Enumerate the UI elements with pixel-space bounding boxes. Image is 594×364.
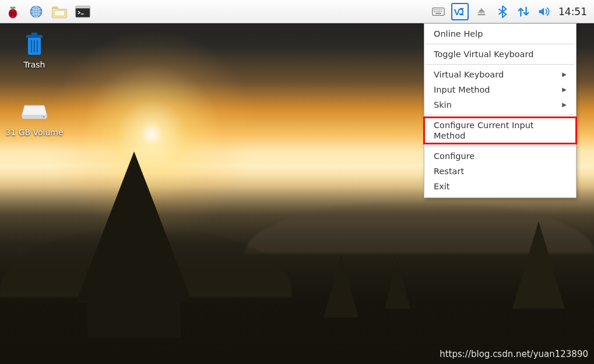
menu-item-label: Configure [434, 151, 475, 161]
svg-rect-22 [441, 11, 442, 12]
svg-rect-34 [22, 115, 47, 119]
menu-item-label: Input Method [434, 84, 490, 95]
svg-rect-16 [440, 9, 441, 10]
drive-icon [20, 98, 48, 126]
menu-item-restart[interactable]: Restart [424, 164, 576, 179]
folder-icon [51, 5, 68, 19]
svg-rect-13 [434, 9, 435, 10]
start-menu-button[interactable] [3, 2, 22, 21]
menu-item-label: Toggle Virtual Keyboard [434, 49, 533, 59]
keyboard-tray-icon[interactable] [430, 3, 447, 20]
trash-desktop-icon[interactable]: Trash [2, 30, 66, 69]
svg-rect-23 [435, 13, 441, 14]
globe-icon [29, 4, 44, 19]
wallpaper-temple-small [324, 253, 358, 317]
menu-item-label: Restart [434, 166, 464, 176]
svg-rect-10 [76, 6, 90, 8]
wallpaper-temple-base [87, 268, 181, 338]
terminal-icon [75, 5, 90, 18]
menu-item-skin[interactable]: Skin▶ [424, 97, 576, 112]
menu-separator [426, 146, 575, 146]
menu-item-exit[interactable]: Exit [424, 179, 576, 194]
panel-clock[interactable]: 14:51 [555, 6, 594, 17]
raspberry-icon [5, 4, 20, 19]
submenu-arrow-icon: ▶ [562, 69, 567, 80]
svg-rect-21 [440, 11, 441, 12]
menu-item-label: Virtual Keyboard [434, 69, 504, 80]
trash-label: Trash [2, 60, 66, 69]
updown-icon [517, 5, 530, 18]
top-panel: V 14:51 [0, 0, 594, 23]
menu-separator [426, 44, 575, 44]
web-browser-button[interactable] [27, 2, 45, 21]
menu-item-label: Online Help [434, 29, 483, 39]
input-method-context-menu: Online HelpToggle Virtual KeyboardVirtua… [424, 23, 577, 198]
eject-tray-icon[interactable] [473, 3, 490, 20]
svg-rect-14 [435, 9, 437, 10]
menu-item-online-help[interactable]: Online Help [424, 26, 576, 41]
keyboard-icon [432, 7, 445, 16]
vnc-icon: V [453, 5, 467, 19]
volume-desktop-icon[interactable]: 31 GB Volume [2, 98, 66, 137]
menu-separator [426, 64, 575, 65]
volume-icon [538, 6, 551, 17]
menu-item-virtual-keyboard[interactable]: Virtual Keyboard▶ [424, 67, 576, 82]
watermark-text: https://blog.csdn.net/yuan123890 [440, 349, 588, 359]
menu-item-configure-current-input-method[interactable]: Configure Current Input Method [424, 118, 576, 143]
wallpaper-temple-small [385, 259, 410, 309]
submenu-arrow-icon: ▶ [562, 100, 567, 110]
wallpaper-temple-small [512, 221, 565, 309]
menu-item-configure[interactable]: Configure [424, 149, 576, 164]
bluetooth-icon [497, 5, 508, 18]
svg-rect-17 [441, 9, 442, 10]
eject-icon [476, 6, 487, 17]
menu-item-label: Configure Current Input Method [434, 120, 567, 141]
volume-label: 31 GB Volume [2, 128, 66, 137]
terminal-button[interactable] [73, 2, 92, 21]
menu-item-input-method[interactable]: Input Method▶ [424, 82, 576, 97]
svg-rect-8 [54, 10, 65, 16]
menu-separator [426, 115, 575, 115]
trash-icon [20, 30, 48, 58]
svg-rect-27 [478, 13, 486, 15]
svg-rect-20 [437, 11, 438, 12]
svg-rect-30 [31, 33, 37, 36]
menu-item-label: Skin [434, 100, 452, 110]
menu-item-label: Exit [434, 181, 449, 192]
volume-tray-icon[interactable] [536, 3, 553, 20]
bluetooth-tray-icon[interactable] [494, 3, 511, 20]
vnc-tray-icon[interactable]: V [451, 3, 469, 20]
submenu-arrow-icon: ▶ [562, 84, 567, 95]
svg-text:V: V [454, 7, 460, 17]
svg-rect-19 [435, 11, 437, 12]
svg-rect-15 [437, 9, 438, 10]
file-manager-button[interactable] [50, 2, 69, 21]
network-tray-icon[interactable] [515, 3, 532, 20]
menu-item-toggle-virtual-keyboard[interactable]: Toggle Virtual Keyboard [424, 47, 576, 62]
svg-point-5 [12, 12, 15, 15]
svg-point-35 [43, 116, 45, 118]
svg-rect-18 [434, 11, 435, 12]
